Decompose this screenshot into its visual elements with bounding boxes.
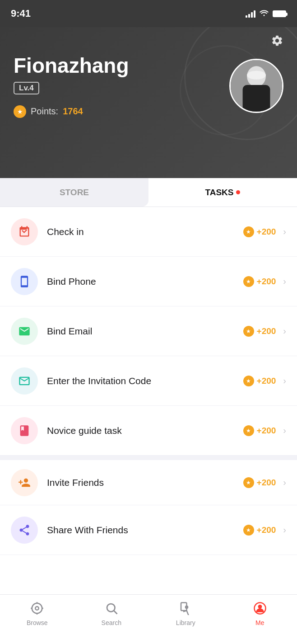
reward-star-icon: ★ bbox=[243, 376, 254, 386]
gear-icon bbox=[271, 34, 283, 47]
nav-item-library[interactable]: Library bbox=[148, 599, 223, 626]
level-badge: Lv.4 bbox=[14, 82, 39, 94]
tab-tasks-label: TASKS bbox=[205, 188, 234, 197]
reward-star-icon: ★ bbox=[243, 425, 254, 436]
reward-value-novice-guide: +200 bbox=[257, 426, 276, 436]
task-label-novice-guide: Novice guide task bbox=[47, 425, 243, 436]
reward-star-icon: ★ bbox=[243, 477, 254, 488]
novice-guide-icon bbox=[11, 417, 38, 444]
reward-value-check-in: +200 bbox=[257, 227, 276, 237]
task-item-bind-phone[interactable]: Bind Phone ★ +200 › bbox=[0, 257, 297, 306]
task-reward-share-friends: ★ +200 bbox=[243, 525, 276, 536]
task-item-novice-guide[interactable]: Novice guide task ★ +200 › bbox=[0, 406, 297, 456]
chevron-right-icon: › bbox=[283, 425, 286, 436]
task-reward-bind-phone: ★ +200 bbox=[243, 276, 276, 287]
svg-point-15 bbox=[258, 605, 262, 609]
avatar bbox=[229, 59, 283, 113]
task-item-check-in[interactable]: Check in ★ +200 › bbox=[0, 207, 297, 257]
invite-friends-icon bbox=[11, 469, 38, 496]
chevron-right-icon: › bbox=[283, 525, 286, 535]
status-icons bbox=[246, 9, 286, 19]
battery-icon bbox=[273, 10, 286, 17]
reward-value-share-friends: +200 bbox=[257, 525, 276, 535]
reward-star-icon: ★ bbox=[243, 226, 254, 237]
tab-store-label: STORE bbox=[60, 188, 89, 197]
task-label-bind-phone: Bind Phone bbox=[47, 276, 243, 287]
task-label-invitation-code: Enter the Invitation Code bbox=[47, 376, 243, 386]
task-label-invite-friends: Invite Friends bbox=[47, 477, 243, 488]
wifi-icon bbox=[259, 9, 269, 19]
svg-point-4 bbox=[32, 603, 42, 614]
reward-value-invite-friends: +200 bbox=[257, 478, 276, 488]
task-item-share-friends[interactable]: Share With Friends ★ +200 › bbox=[0, 505, 297, 555]
tasks-notification-dot bbox=[236, 190, 240, 194]
points-value: 1764 bbox=[63, 106, 83, 117]
task-item-bind-email[interactable]: Bind Email ★ +200 › bbox=[0, 306, 297, 356]
reward-value-bind-email: +200 bbox=[257, 326, 276, 336]
svg-point-3 bbox=[247, 71, 266, 80]
svg-point-5 bbox=[36, 606, 39, 610]
nav-item-me[interactable]: Me bbox=[223, 599, 297, 626]
task-label-bind-email: Bind Email bbox=[47, 326, 243, 337]
nav-label-search: Search bbox=[102, 619, 121, 626]
bottom-nav: Browse Search Library M bbox=[0, 594, 297, 644]
task-list: Check in ★ +200 › Bind Phone ★ +200 › Bi… bbox=[0, 207, 297, 594]
task-item-invite-friends[interactable]: Invite Friends ★ +200 › bbox=[0, 456, 297, 505]
task-reward-check-in: ★ +200 bbox=[243, 226, 276, 237]
chevron-right-icon: › bbox=[283, 326, 286, 336]
chevron-right-icon: › bbox=[283, 226, 286, 237]
tab-tasks[interactable]: TASKS bbox=[148, 178, 297, 207]
points-star-icon: ★ bbox=[14, 105, 26, 118]
reward-star-icon: ★ bbox=[243, 326, 254, 337]
reward-value-invitation-code: +200 bbox=[257, 376, 276, 386]
signal-icon bbox=[246, 9, 255, 18]
bind-email-icon bbox=[11, 318, 38, 345]
svg-point-10 bbox=[107, 604, 115, 612]
settings-button[interactable] bbox=[268, 32, 286, 50]
points-label: Points: bbox=[31, 106, 58, 117]
chevron-right-icon: › bbox=[283, 477, 286, 488]
nav-label-browse: Browse bbox=[27, 619, 48, 626]
bind-phone-icon bbox=[11, 268, 38, 295]
nav-item-browse[interactable]: Browse bbox=[0, 599, 74, 626]
share-friends-icon bbox=[11, 517, 38, 544]
task-item-invitation-code[interactable]: Enter the Invitation Code ★ +200 › bbox=[0, 356, 297, 406]
tab-store[interactable]: STORE bbox=[0, 178, 148, 207]
reward-star-icon: ★ bbox=[243, 525, 254, 536]
status-time: 9:41 bbox=[11, 8, 31, 19]
check-in-icon bbox=[11, 218, 38, 245]
chevron-right-icon: › bbox=[283, 276, 286, 287]
task-label-check-in: Check in bbox=[47, 226, 243, 237]
reward-value-bind-phone: +200 bbox=[257, 277, 276, 287]
svg-rect-2 bbox=[243, 85, 270, 113]
nav-label-library: Library bbox=[176, 619, 195, 626]
search-icon bbox=[102, 599, 121, 617]
task-reward-invitation-code: ★ +200 bbox=[243, 376, 276, 386]
task-label-share-friends: Share With Friends bbox=[47, 525, 243, 536]
task-reward-bind-email: ★ +200 bbox=[243, 326, 276, 337]
task-reward-novice-guide: ★ +200 bbox=[243, 425, 276, 436]
nav-item-search[interactable]: Search bbox=[74, 599, 149, 626]
me-icon bbox=[251, 599, 269, 617]
tab-bar: STORE TASKS bbox=[0, 178, 297, 207]
reward-star-icon: ★ bbox=[243, 276, 254, 287]
svg-line-11 bbox=[114, 611, 117, 614]
task-reward-invite-friends: ★ +200 bbox=[243, 477, 276, 488]
chevron-right-icon: › bbox=[283, 376, 286, 386]
status-bar: 9:41 bbox=[0, 0, 297, 27]
browse-icon bbox=[28, 599, 46, 617]
invitation-code-icon bbox=[11, 367, 38, 395]
library-icon bbox=[176, 599, 195, 617]
nav-label-me: Me bbox=[255, 619, 264, 626]
avatar-image bbox=[231, 60, 282, 112]
